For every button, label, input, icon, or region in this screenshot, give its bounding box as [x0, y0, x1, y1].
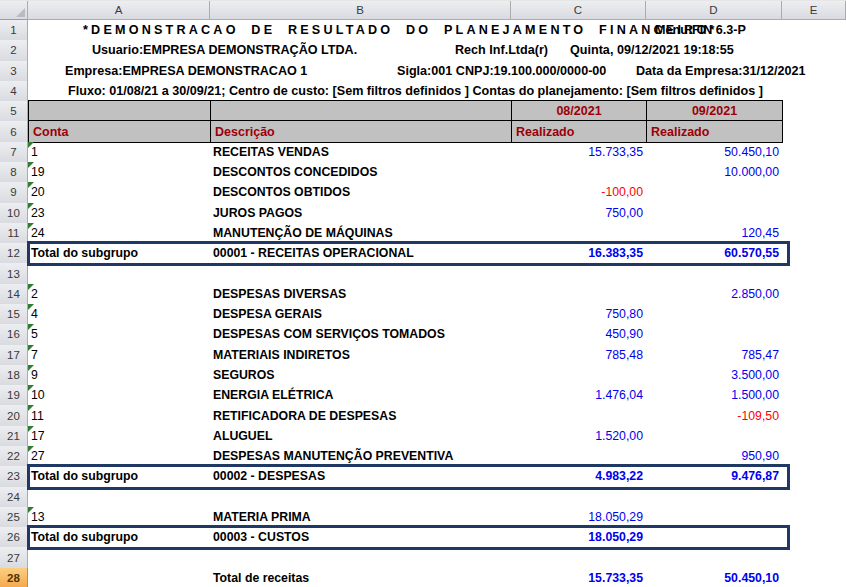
row-header-21[interactable]: 21 [0, 426, 28, 447]
cell-B18[interactable]: SEGUROS [210, 365, 511, 385]
cell-C25[interactable]: 18.050,29 [511, 507, 646, 527]
cell-D19[interactable]: 1.500,00 [646, 385, 782, 405]
cell-A7[interactable]: 1 [28, 142, 210, 162]
cell-C23[interactable]: 4.983,22 [511, 466, 646, 486]
cell-D28[interactable]: 50.450,10 [646, 568, 782, 587]
report-filter-row[interactable]: Fluxo: 01/08/21 a 30/09/21; Centro de cu… [0, 81, 846, 101]
cell-B20[interactable]: RETIFICADORA DE DESPESAS [210, 405, 511, 425]
cell-A14[interactable]: 2 [28, 284, 210, 304]
cell-B21[interactable]: ALUGUEL [210, 426, 511, 446]
cell-C17[interactable]: 785,48 [511, 345, 646, 365]
row-header-25[interactable]: 25 [0, 507, 28, 528]
cell-A10[interactable]: 23 [28, 203, 210, 223]
cell-B6[interactable]: Descrição [210, 120, 512, 142]
cell-C15[interactable]: 750,80 [511, 304, 646, 324]
cell-A22[interactable]: 27 [28, 446, 210, 466]
cell-D14[interactable]: 2.850,00 [646, 284, 782, 304]
row-header-9[interactable]: 9 [0, 182, 28, 203]
cell-B16[interactable]: DESPESAS COM SERVIÇOS TOMADOS [210, 324, 511, 344]
row-header-5[interactable]: 5 [0, 101, 28, 122]
cell-D5[interactable]: 09/2021 [646, 100, 783, 122]
cell-D22[interactable]: 950,90 [646, 446, 782, 466]
column-header-E[interactable]: E [782, 1, 846, 20]
cell-A12[interactable]: Total do subgrupo [28, 243, 210, 263]
column-header-A[interactable]: A [28, 1, 210, 20]
row-header-28[interactable]: 28 [0, 568, 28, 587]
cell-D12[interactable]: 60.570,55 [646, 243, 782, 263]
cell-D17[interactable]: 785,47 [646, 345, 782, 365]
cell-C19[interactable]: 1.476,04 [511, 385, 646, 405]
cell-B22[interactable]: DESPESAS MANUTENÇÃO PREVENTIVA [210, 446, 511, 466]
cell-A20[interactable]: 11 [28, 405, 210, 425]
cell-B11[interactable]: MANUTENÇÃO DE MÁQUINAS [210, 223, 511, 243]
cell-D11[interactable]: 120,45 [646, 223, 782, 243]
cell-A8[interactable]: 19 [28, 162, 210, 182]
row-header-14[interactable]: 14 [0, 284, 28, 305]
column-header-D[interactable]: D [646, 1, 782, 20]
cell-C16[interactable]: 450,90 [511, 324, 646, 344]
cell-A26[interactable]: Total do subgrupo [28, 527, 210, 547]
cell-A25[interactable]: 13 [28, 507, 210, 527]
row-header-8[interactable]: 8 [0, 162, 28, 183]
cell-B15[interactable]: DESPESA GERAIS [210, 304, 511, 324]
cell-A18[interactable]: 9 [28, 365, 210, 385]
row-header-13[interactable]: 13 [0, 263, 28, 284]
cell-B7[interactable]: RECEITAS VENDAS [210, 142, 511, 162]
report-user-row[interactable]: Usuario:EMPRESA DEMONSTRAÇÃO LTDA. Rech … [0, 40, 846, 60]
cell-D8[interactable]: 10.000,00 [646, 162, 782, 182]
cell-D20[interactable]: -109,50 [646, 405, 782, 425]
cell-B10[interactable]: JUROS PAGOS [210, 203, 511, 223]
cell-A6[interactable]: Conta [28, 120, 211, 142]
cell-D7[interactable]: 50.450,10 [646, 142, 782, 162]
cell-C6[interactable]: Realizado [511, 120, 647, 142]
row-header-26[interactable]: 26 [0, 527, 28, 548]
row-header-7[interactable]: 7 [0, 142, 28, 163]
cell-C10[interactable]: 750,00 [511, 203, 646, 223]
row-header-15[interactable]: 15 [0, 304, 28, 325]
cell-A5[interactable] [28, 100, 211, 122]
row-header-24[interactable]: 24 [0, 487, 28, 508]
cell-B5[interactable] [210, 100, 512, 122]
row-header-10[interactable]: 10 [0, 203, 28, 224]
row-header-11[interactable]: 11 [0, 223, 28, 244]
row-header-17[interactable]: 17 [0, 345, 28, 366]
cell-D18[interactable]: 3.500,00 [646, 365, 782, 385]
cell-A19[interactable]: 10 [28, 385, 210, 405]
cell-B14[interactable]: DESPESAS DIVERSAS [210, 284, 511, 304]
cell-B17[interactable]: MATERIAIS INDIRETOS [210, 345, 511, 365]
cell-B25[interactable]: MATERIA PRIMA [210, 507, 511, 527]
cell-C5[interactable]: 08/2021 [511, 100, 647, 122]
cell-C28[interactable]: 15.733,35 [511, 568, 646, 587]
row-header-18[interactable]: 18 [0, 365, 28, 386]
cell-A11[interactable]: 24 [28, 223, 210, 243]
cell-A21[interactable]: 17 [28, 426, 210, 446]
report-title-row[interactable]: *DEMONSTRACAO DE RESULTADO DO PLANEJAMEN… [0, 20, 846, 40]
cell-B26[interactable]: 00003 - CUSTOS [210, 527, 511, 547]
report-company-row[interactable]: Empresa:EMPRESA DEMONSTRACAO 1 Sigla:001… [0, 61, 846, 81]
cell-B8[interactable]: DESCONTOS CONCEDIDOS [210, 162, 511, 182]
cell-B9[interactable]: DESCONTOS OBTIDOS [210, 182, 511, 202]
column-header-B[interactable]: B [210, 1, 511, 20]
row-header-27[interactable]: 27 [0, 547, 28, 568]
column-header-C[interactable]: C [511, 1, 646, 20]
select-all-button[interactable] [0, 1, 28, 20]
cell-C26[interactable]: 18.050,29 [511, 527, 646, 547]
cell-C9[interactable]: -100,00 [511, 182, 646, 202]
row-header-12[interactable]: 12 [0, 243, 28, 264]
cell-D6[interactable]: Realizado [646, 120, 783, 142]
row-header-20[interactable]: 20 [0, 405, 28, 426]
cell-D23[interactable]: 9.476,87 [646, 466, 782, 486]
row-header-22[interactable]: 22 [0, 446, 28, 467]
cell-B12[interactable]: 00001 - RECEITAS OPERACIONAL [210, 243, 511, 263]
cell-A15[interactable]: 4 [28, 304, 210, 324]
cell-C12[interactable]: 16.383,35 [511, 243, 646, 263]
cell-B28[interactable]: Total de receitas [210, 568, 511, 587]
row-header-16[interactable]: 16 [0, 324, 28, 345]
row-header-23[interactable]: 23 [0, 466, 28, 487]
cell-C7[interactable]: 15.733,35 [511, 142, 646, 162]
cell-B19[interactable]: ENERGIA ELÉTRICA [210, 385, 511, 405]
cell-A23[interactable]: Total do subgrupo [28, 466, 210, 486]
cell-A17[interactable]: 7 [28, 345, 210, 365]
row-header-6[interactable]: 6 [0, 121, 28, 142]
cell-B23[interactable]: 00002 - DESPESAS [210, 466, 511, 486]
